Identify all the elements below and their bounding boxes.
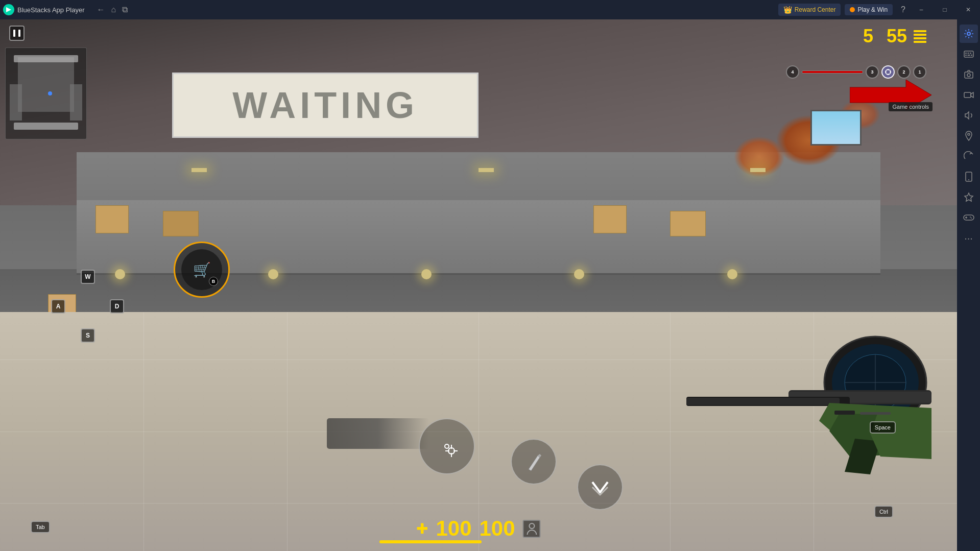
weapon-slot-2[interactable]: 2 [897, 65, 911, 79]
sidebar-icon-screenshot[interactable] [960, 65, 978, 84]
minimize-button[interactable]: – [910, 0, 933, 19]
jump-button[interactable] [577, 464, 623, 510]
health-value: 100 [436, 516, 471, 541]
ammo-bar-1 [914, 30, 926, 32]
armor-value: 100 [480, 516, 515, 541]
svg-point-42 [529, 523, 534, 529]
ammo-current: 5 [863, 26, 873, 47]
knife-icon [523, 451, 544, 472]
orange-dot-icon [850, 7, 855, 12]
play-win-button[interactable]: Play & Win [845, 4, 893, 15]
crate-6 [163, 211, 199, 236]
svg-rect-5 [967, 53, 969, 54]
crate-5 [95, 205, 129, 233]
sidebar-icon-rotate[interactable] [960, 147, 978, 165]
pause-button[interactable] [9, 26, 25, 41]
ammo-bar-3 [914, 37, 926, 39]
svg-rect-12 [964, 92, 971, 98]
tab-label: Tab [36, 524, 45, 530]
app-title: BlueStacks App Player [17, 6, 85, 14]
key-d-label: D [115, 303, 119, 310]
sidebar-icon-volume[interactable] [960, 106, 978, 125]
sidebar-icon-star[interactable] [960, 188, 978, 206]
game-scene: WAITING [0, 19, 957, 551]
tab-button[interactable]: Tab [31, 521, 50, 533]
reward-center-button[interactable]: 👑 Reward Center [778, 4, 841, 16]
weapon-slot-4[interactable]: 4 [786, 65, 799, 79]
sidebar-icon-gamepad[interactable] [960, 208, 978, 227]
waiting-text: WAITING [232, 85, 418, 126]
key-a-label: A [56, 303, 61, 310]
minimap-block-3 [70, 84, 82, 121]
minimap-wall-bottom [14, 123, 78, 130]
title-bar: BlueStacks App Player ← ⌂ ⧉ 👑 Reward Cen… [0, 0, 980, 19]
ctrl-label: Ctrl [879, 509, 888, 515]
sidebar-icon-more[interactable]: ··· [960, 229, 978, 247]
nav-home-btn[interactable]: ⌂ [111, 5, 116, 14]
key-s[interactable]: S [81, 328, 95, 343]
player-icon [523, 520, 541, 538]
key-d[interactable]: D [110, 299, 124, 314]
key-a[interactable]: A [51, 299, 65, 314]
svg-point-13 [968, 133, 970, 135]
svg-point-18 [970, 217, 971, 218]
help-button[interactable]: ? [897, 5, 910, 14]
pause-icon [13, 30, 20, 37]
window-controls: – □ ✕ [910, 0, 980, 19]
maximize-button[interactable]: □ [933, 0, 957, 19]
minimap-block-1 [18, 57, 75, 112]
ammo-bar-2 [914, 34, 926, 36]
key-w[interactable]: W [81, 270, 95, 284]
window-opening [810, 110, 862, 146]
play-win-label: Play & Win [857, 6, 888, 13]
space-button[interactable]: Space [870, 421, 896, 434]
wall-light-2 [268, 269, 278, 279]
game-controls-text: Game controls [892, 104, 929, 110]
crate-7 [593, 205, 627, 233]
svg-rect-6 [970, 53, 971, 54]
minimap-wall-top [14, 55, 78, 62]
ctrl-button[interactable]: Ctrl [874, 506, 893, 518]
weapon-slot-aim[interactable] [881, 65, 895, 79]
key-s-label: S [86, 332, 90, 339]
space-label: Space [875, 424, 891, 430]
svg-rect-10 [965, 72, 973, 78]
svg-rect-3 [964, 51, 973, 57]
weapon-slot-3[interactable]: 3 [866, 65, 879, 79]
sidebar-icon-location[interactable] [960, 127, 978, 145]
shop-b-label: B [212, 279, 216, 284]
close-button[interactable]: ✕ [957, 0, 980, 19]
rifle-svg [686, 331, 931, 510]
sidebar-icon-video[interactable] [960, 86, 978, 104]
crosshair-dot [444, 444, 449, 449]
reward-center-label: Reward Center [795, 6, 836, 13]
svg-rect-30 [860, 412, 891, 415]
svg-rect-8 [967, 55, 970, 56]
ceiling-light-2 [479, 168, 494, 172]
knife-button[interactable] [511, 439, 557, 485]
shop-cart-icon: 🛒 [193, 261, 211, 278]
health-bar-fill [379, 540, 482, 543]
health-bar-container [379, 540, 482, 543]
minimap [5, 47, 87, 139]
nav-multi-btn[interactable]: ⧉ [122, 5, 128, 14]
jump-icon [587, 474, 613, 500]
sidebar-icon-phone[interactable] [960, 167, 978, 186]
wall-light-3 [421, 269, 432, 279]
sidebar-icon-settings[interactable] [960, 25, 978, 43]
right-sidebar: ··· [957, 19, 980, 551]
health-area: ✚ 100 100 [416, 516, 540, 541]
crosshair-button[interactable] [419, 418, 475, 474]
shop-button[interactable]: 🛒 B [174, 242, 230, 298]
weapon-bar-fill [802, 71, 863, 73]
sidebar-icon-keyboard[interactable] [960, 45, 978, 63]
health-plus-icon: ✚ [416, 520, 428, 537]
crate-8 [670, 211, 706, 236]
waiting-sign: WAITING [172, 73, 479, 138]
nav-back-btn[interactable]: ← [97, 5, 105, 14]
svg-rect-9 [971, 55, 972, 56]
gun-barrel-hint [327, 418, 429, 449]
weapon-slot-1[interactable]: 1 [913, 65, 926, 79]
ceiling-light-1 [192, 168, 207, 172]
ammo-separator [877, 26, 882, 47]
